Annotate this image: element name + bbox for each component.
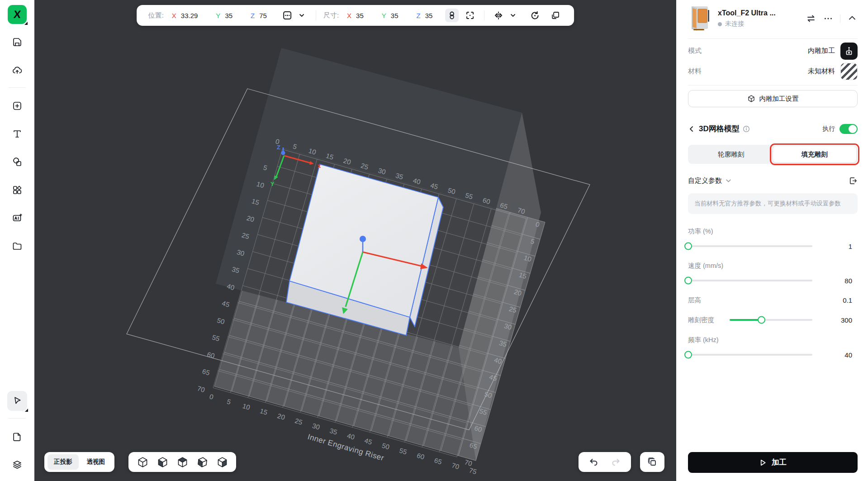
xtool-logo[interactable]: X <box>8 5 27 24</box>
sidebar-divider-bottom <box>9 418 26 419</box>
slider-value-1[interactable]: 80 <box>819 277 858 285</box>
connection-status-label: 未连接 <box>725 20 744 28</box>
cursor-icon <box>12 395 23 406</box>
device-header: xTool_F2 Ultra ... 未连接 <box>688 5 858 32</box>
redo-icon <box>611 457 621 467</box>
plus-square-icon <box>12 100 23 111</box>
duplicate-icon <box>647 457 658 467</box>
slider-thumb-3[interactable] <box>758 316 765 324</box>
add-shape-button[interactable] <box>7 96 27 116</box>
layers-button[interactable] <box>7 455 27 475</box>
position-y-field[interactable]: Y 35 <box>216 12 232 19</box>
shapes-button[interactable] <box>7 152 27 172</box>
sidebar-divider <box>9 87 26 88</box>
switch-device-button[interactable] <box>806 13 816 24</box>
lock-ratio-button[interactable] <box>445 9 459 22</box>
document-icon <box>12 431 23 442</box>
orthographic-tab[interactable]: 正投影 <box>47 454 79 470</box>
process-button[interactable]: 加工 <box>688 452 858 473</box>
rotate-button[interactable] <box>528 9 541 22</box>
anchor-dropdown-chevron[interactable] <box>295 9 308 22</box>
slider-value-3[interactable]: 300 <box>819 316 858 324</box>
execute-toggle[interactable] <box>840 124 858 134</box>
size-x-field[interactable]: X 35 <box>347 12 364 19</box>
mode-value: 内雕加工 <box>808 47 835 55</box>
redo-button[interactable] <box>608 454 624 470</box>
tab-fill-engrave[interactable]: 填充雕刻 <box>773 146 857 162</box>
panel-divider-1 <box>688 38 858 39</box>
save-button[interactable] <box>7 32 27 52</box>
position-x-field[interactable]: X 33.29 <box>172 12 198 19</box>
size-label: 尺寸: <box>323 11 339 20</box>
mirror-button[interactable] <box>492 9 505 22</box>
projection-switch: 正投影 透视图 <box>44 452 114 472</box>
position-z-field[interactable]: Z 75 <box>251 12 267 19</box>
slider-track-1[interactable] <box>688 280 812 281</box>
custom-params-label[interactable]: 自定义参数 <box>688 176 722 185</box>
elements-library-button[interactable] <box>7 180 27 200</box>
document-button[interactable] <box>7 427 27 447</box>
param-value-2[interactable]: 0.1 <box>819 296 858 304</box>
slider-label-3: 雕刻密度 <box>688 316 730 324</box>
view-left-button[interactable] <box>196 456 209 468</box>
cube-settings-icon <box>747 95 755 103</box>
select-tool-button[interactable] <box>7 391 27 411</box>
size-y-field[interactable]: Y 35 <box>382 12 398 19</box>
slider-label-0: 功率 (%) <box>688 227 858 236</box>
export-icon <box>848 176 858 186</box>
view-isometric-button[interactable] <box>136 456 149 468</box>
collapse-panel-button[interactable] <box>847 13 858 24</box>
back-button[interactable] <box>688 125 696 133</box>
tab-contour-engrave[interactable]: 轮廓雕刻 <box>689 146 773 162</box>
rotate-icon <box>530 11 540 20</box>
slider-row-3: 雕刻密度300 <box>688 316 858 324</box>
slider-thumb-0[interactable] <box>684 243 692 250</box>
info-icon[interactable] <box>743 125 750 133</box>
slider-value-0[interactable]: 1 <box>819 243 858 250</box>
device-thumbnail[interactable] <box>688 5 711 32</box>
slider-thumb-1[interactable] <box>684 277 692 285</box>
play-icon <box>759 459 767 467</box>
view-front-button[interactable] <box>156 456 169 468</box>
view-top-button[interactable] <box>176 456 189 468</box>
material-label: 材料 <box>688 67 808 76</box>
material-select-button[interactable] <box>840 63 858 80</box>
eject-icon <box>847 14 857 24</box>
mode-label: 模式 <box>688 47 808 55</box>
inner-engrave-settings-button[interactable]: 内雕加工设置 <box>688 90 858 107</box>
text-tool-button[interactable] <box>7 124 27 144</box>
bounds-button[interactable] <box>463 9 477 22</box>
material-value: 未知材料 <box>808 67 835 76</box>
anchor-point-button[interactable] <box>280 9 294 22</box>
perspective-tab[interactable]: 透视图 <box>81 454 112 470</box>
ai-tools-button[interactable] <box>7 208 27 228</box>
slider-track-0[interactable] <box>688 245 812 247</box>
custom-params-row: 自定义参数 <box>688 176 858 186</box>
param-row-2: 层高0.1 <box>688 296 858 305</box>
mirror-dropdown-chevron[interactable] <box>506 9 520 22</box>
view-right-button[interactable] <box>216 456 228 468</box>
export-params-button[interactable] <box>848 176 858 186</box>
section-title: 3D网格模型 <box>699 124 740 134</box>
slider-track-3[interactable] <box>730 319 812 321</box>
files-button[interactable] <box>7 236 27 256</box>
cloud-upload-button[interactable] <box>7 60 27 80</box>
gizmo-z-handle[interactable] <box>360 236 366 242</box>
size-z-field[interactable]: Z 35 <box>417 12 433 19</box>
slider-value-4[interactable]: 40 <box>819 351 858 359</box>
more-options-button[interactable] <box>823 13 834 24</box>
anchor-grid-icon <box>282 10 292 20</box>
mode-select-button[interactable] <box>840 43 858 60</box>
mode-row: 模式 内雕加工 <box>688 40 858 62</box>
slider-track-4[interactable] <box>688 354 812 356</box>
viewport-canvas[interactable]: 0510152025303540455055606570510152025303… <box>34 0 676 481</box>
scale-button[interactable] <box>549 9 562 22</box>
history-bar <box>579 452 631 472</box>
undo-button[interactable] <box>586 454 601 470</box>
custom-params-chevron[interactable] <box>726 178 731 184</box>
device-name[interactable]: xTool_F2 Ultra ... <box>718 9 806 17</box>
3d-viewport-scene[interactable]: 0510152025303540455055606570510152025303… <box>34 0 676 481</box>
cube-iso-icon <box>137 456 149 468</box>
slider-thumb-4[interactable] <box>684 351 692 359</box>
duplicate-button[interactable] <box>640 452 664 472</box>
